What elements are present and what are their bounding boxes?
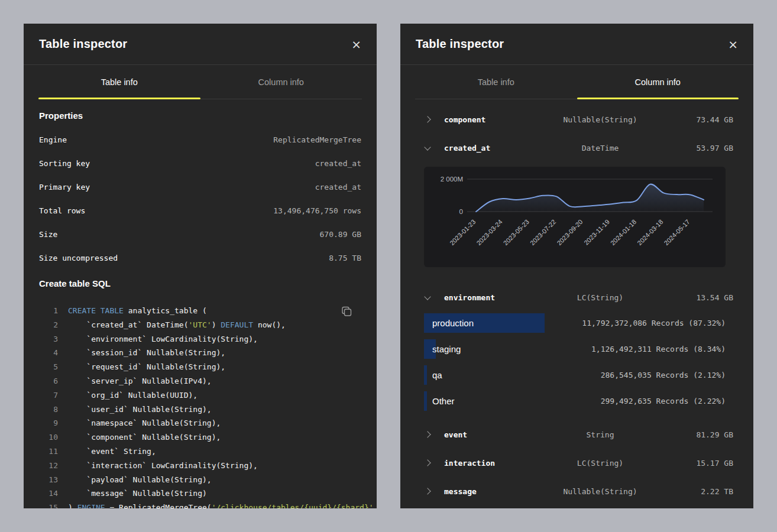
chart-area-fill [476, 184, 704, 212]
line-number: 3 [39, 332, 58, 346]
sql-code-line: 7 `org_id` Nullable(UUID), [39, 388, 361, 403]
y-tick-label-zero: 0 [459, 208, 463, 215]
line-number: 15 [39, 501, 58, 508]
code-token: `message` Nullable(String) [68, 489, 207, 498]
code-token: `created_at` DateTime( [68, 320, 189, 329]
column-row-component[interactable]: componentNullable(String)73.44 GB [400, 105, 753, 134]
dialog-header: Table inspector × [400, 24, 753, 65]
sql-code-line: 2 `created_at` DateTime('UTC') DEFAULT n… [39, 318, 361, 332]
column-type: LC(String) [523, 293, 677, 302]
code-token: CREATE TABLE [68, 306, 124, 315]
value-records-count: 1,126,492,311 Records (8.34%) [591, 339, 726, 359]
line-number: 4 [39, 346, 58, 360]
property-value: created_at [315, 183, 361, 192]
column-name: created_at [444, 144, 490, 153]
chevron-right-icon [424, 459, 430, 466]
column-row-created_at[interactable]: created_atDateTime53.97 GB [400, 134, 753, 162]
y-tick-label-max: 2 000M [441, 176, 463, 183]
column-row-interaction[interactable]: interactionLC(String)15.17 GB [400, 449, 753, 477]
area-chart-svg: 2 000M02023-01-232023-03-242023-05-23202… [424, 167, 726, 267]
line-number: 1 [39, 304, 58, 318]
code-token: `session_id` Nullable(String), [68, 348, 225, 357]
sql-code-block: 1CREATE TABLE analytics_table (2 `create… [39, 304, 361, 508]
column-size: 73.44 GB [696, 115, 733, 124]
column-row-message[interactable]: messageNullable(String)2.22 TB [400, 477, 753, 505]
tab-column-info[interactable]: Column info [200, 65, 362, 99]
x-tick-label: 2023-11-19 [582, 218, 611, 246]
property-value: created_at [315, 159, 361, 168]
column-size: 81.29 GB [696, 430, 733, 439]
value-label: Other [432, 391, 455, 411]
code-token: `request_id` Nullable(String), [68, 362, 225, 371]
code-text: `environment` LowCardinality(String), [68, 332, 258, 346]
code-text: `component` Nullable(String), [68, 430, 221, 445]
code-token: ENGINE [77, 503, 105, 508]
line-number: 8 [39, 403, 58, 417]
value-label: qa [432, 365, 442, 385]
code-text: `payload` Nullable(String), [68, 473, 212, 487]
line-number: 9 [39, 416, 58, 430]
dialog-title: Table inspector [39, 37, 127, 51]
tab-bar: Table info Column info [38, 65, 362, 99]
code-token: `namespace` Nullable(String), [68, 419, 221, 427]
x-tick-label: 2023-05-23 [502, 218, 530, 246]
column-row-event[interactable]: eventString81.29 GB [400, 420, 753, 449]
property-row: EngineReplicatedMergeTree [39, 128, 361, 151]
sql-code-line: 1CREATE TABLE analytics_table ( [39, 304, 361, 318]
x-tick-label: 2023-01-23 [448, 218, 477, 246]
tab-column-info[interactable]: Column info [577, 65, 739, 99]
code-token: `payload` Nullable(String), [68, 475, 212, 484]
code-token: '/clickhouse/tables/{uuid}/{shard}' [212, 503, 374, 508]
code-token: `server_ip` Nullable(IPv4), [68, 377, 212, 385]
close-icon[interactable]: × [728, 38, 738, 50]
property-value: 8.75 TB [329, 254, 361, 262]
sql-code-line: 5 `request_id` Nullable(String), [39, 360, 361, 374]
line-number: 14 [39, 486, 58, 501]
tab-label: Table info [478, 77, 514, 87]
environment-value-row: production11,792,372,086 Records (87.32%… [424, 313, 753, 339]
property-label: Total rows [39, 206, 85, 215]
code-text: `created_at` DateTime('UTC') DEFAULT now… [68, 318, 286, 332]
line-number: 7 [39, 388, 58, 403]
column-name: event [444, 430, 467, 439]
code-token: , [374, 503, 377, 508]
value-label: staging [432, 339, 461, 359]
column-name: component [444, 115, 485, 124]
x-tick-label: 2024-03-18 [636, 218, 664, 246]
sql-code-line: 11 `event` String, [39, 445, 361, 459]
code-text: ) ENGINE = ReplicatedMergeTree('/clickho… [68, 501, 377, 508]
chevron-right-icon [424, 116, 430, 122]
copy-icon[interactable] [340, 305, 353, 318]
column-name: interaction [444, 459, 495, 468]
property-value: 670.89 GB [320, 230, 361, 239]
create-table-sql-heading: Create table SQL [39, 278, 361, 290]
value-label: production [432, 313, 474, 333]
column-type: DateTime [523, 144, 677, 153]
tab-label: Column info [635, 77, 681, 87]
code-token: `org_id` Nullable(UUID), [68, 391, 198, 400]
code-text: `org_id` Nullable(UUID), [68, 388, 198, 403]
columns-list: componentNullable(String)73.44 GBcreated… [400, 105, 753, 505]
environment-value-row: Other299,492,635 Records (2.22%) [424, 391, 753, 417]
property-row: Size uncompressed8.75 TB [39, 246, 361, 270]
code-token: analytics_table ( [124, 306, 207, 315]
code-text: `user_id` Nullable(String), [68, 403, 212, 417]
code-token: 'UTC' [189, 320, 212, 329]
x-tick-label: 2023-09-20 [555, 218, 584, 246]
chevron-right-icon [424, 431, 430, 437]
property-row: Size670.89 GB [39, 222, 361, 246]
column-type: String [523, 430, 677, 439]
tab-label: Column info [258, 77, 304, 87]
properties-heading: Properties [39, 110, 361, 122]
tab-table-info[interactable]: Table info [38, 65, 200, 99]
property-value: ReplicatedMergeTree [273, 135, 361, 144]
column-type: LC(String) [523, 459, 677, 468]
tab-table-info[interactable]: Table info [415, 65, 577, 99]
value-bar [424, 391, 427, 411]
sql-code-line: 9 `namespace` Nullable(String), [39, 416, 361, 430]
sql-code-line: 4 `session_id` Nullable(String), [39, 346, 361, 360]
chevron-down-icon [424, 144, 430, 150]
close-icon[interactable]: × [351, 38, 361, 50]
column-name: environment [444, 293, 495, 302]
column-row-environment[interactable]: environmentLC(String)13.54 GB [400, 283, 753, 312]
